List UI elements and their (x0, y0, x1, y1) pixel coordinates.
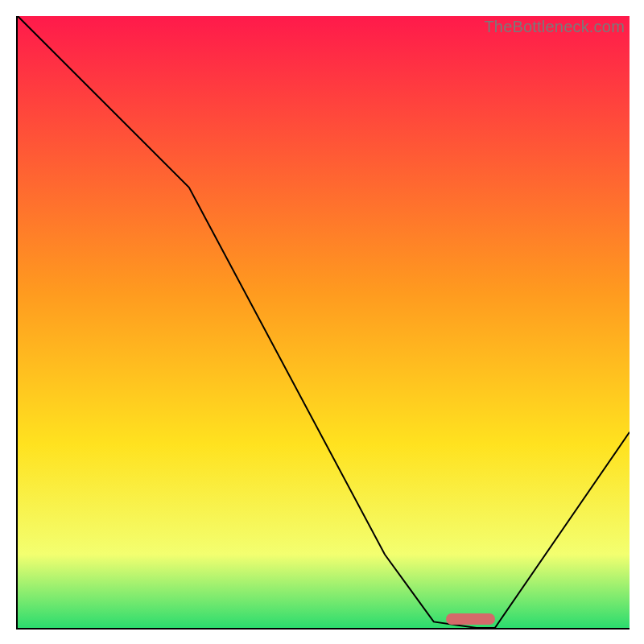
bottleneck-curve (18, 16, 630, 628)
optimal-range-marker (446, 613, 495, 625)
chart-container: TheBottleneck.com (0, 0, 644, 644)
plot-area: TheBottleneck.com (16, 16, 630, 630)
watermark-text: TheBottleneck.com (484, 18, 625, 36)
